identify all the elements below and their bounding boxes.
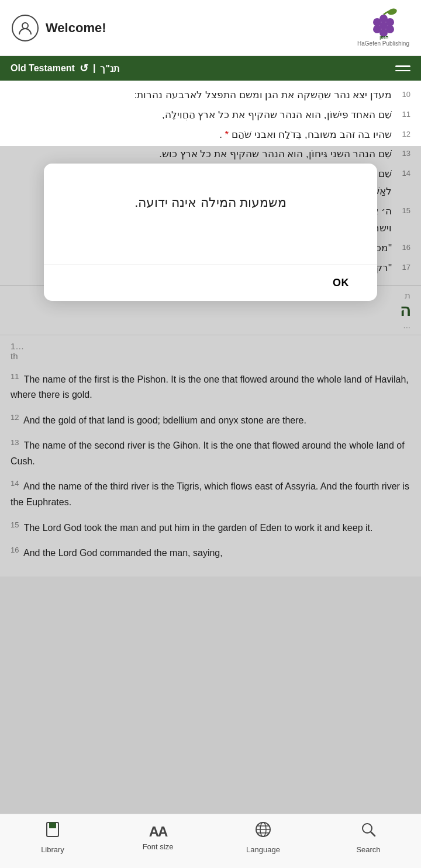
verse-text[interactable]: שֵׁם האחד פִּישׁוֹן, הוא הנהר שהקיף את כ… bbox=[162, 106, 392, 124]
testament-label: Old Testament bbox=[11, 63, 75, 74]
table-row: 11 שֵׁם האחד פִּישׁוֹן, הוא הנהר שהקיף א… bbox=[11, 106, 410, 124]
verse-number: 11 bbox=[398, 107, 410, 124]
search-label: Search bbox=[356, 845, 380, 854]
svg-line-18 bbox=[371, 832, 375, 836]
library-icon bbox=[43, 820, 62, 843]
library-label: Library bbox=[41, 845, 64, 854]
svg-rect-11 bbox=[49, 822, 56, 828]
welcome-label: Welcome! bbox=[46, 20, 106, 36]
svg-text:הגפן: הגפן bbox=[379, 34, 388, 40]
svg-point-7 bbox=[379, 15, 388, 23]
font-size-label: Font size bbox=[143, 842, 174, 851]
main-content: 10 מעדן יצא נהר שהַשקה את הגן ומשם התפצל… bbox=[0, 81, 421, 635]
dialog-spacer bbox=[67, 212, 354, 247]
svg-point-8 bbox=[387, 8, 397, 16]
svg-point-0 bbox=[22, 23, 28, 29]
verse-number: 12 bbox=[398, 127, 410, 144]
table-row: 12 שהיו בה זהב משובח, בְּדֹלַח ואבני שֹׁ… bbox=[11, 126, 410, 144]
asterisk-marker: * bbox=[225, 129, 229, 140]
verse-number: 10 bbox=[398, 88, 410, 104]
testament-hebrew: תנ"ך bbox=[100, 63, 120, 74]
avatar[interactable] bbox=[12, 15, 39, 41]
language-icon bbox=[254, 820, 272, 843]
toolbar-testament[interactable]: Old Testament ↺ | תנ"ך bbox=[11, 62, 120, 75]
font-size-icon: AA bbox=[149, 824, 167, 840]
nav-font-size[interactable]: AA Font size bbox=[134, 824, 181, 851]
dialog-ok-button[interactable]: OK bbox=[321, 273, 361, 293]
nav-library[interactable]: Library bbox=[29, 820, 76, 854]
dialog-message: משמעות המילה אינה ידועה. bbox=[67, 193, 354, 212]
refresh-icon[interactable]: ↺ bbox=[80, 62, 88, 75]
header-left: Welcome! bbox=[12, 15, 106, 41]
language-label: Language bbox=[246, 845, 280, 854]
dialog-overlay: משמעות המילה אינה ידועה. OK bbox=[0, 146, 421, 868]
hamburger-button[interactable] bbox=[395, 65, 410, 71]
verse-text[interactable]: שהיו בה זהב משובח, בְּדֹלַח ואבני שֹׁהַם… bbox=[219, 126, 392, 144]
nav-language[interactable]: Language bbox=[240, 820, 287, 854]
nav-search[interactable]: Search bbox=[345, 820, 392, 854]
separator: | bbox=[93, 63, 95, 74]
search-icon bbox=[359, 820, 378, 843]
bottom-navigation: Library AA Font size Language Search bbox=[0, 814, 421, 868]
toolbar: Old Testament ↺ | תנ"ך bbox=[0, 56, 421, 81]
dialog-footer: OK bbox=[44, 265, 377, 301]
dialog-box: משמעות המילה אינה ידועה. OK bbox=[44, 164, 377, 301]
logo: הגפן HaGefen Publishing bbox=[357, 8, 409, 47]
app-header: Welcome! הגפן HaGefen Publishing bbox=[0, 0, 421, 56]
table-row: 10 מעדן יצא נהר שהַשקה את הגן ומשם התפצל… bbox=[11, 86, 410, 104]
logo-subtitle: HaGefen Publishing bbox=[357, 40, 409, 47]
verse-text[interactable]: מעדן יצא נהר שהַשקה את הגן ומשם התפצל לא… bbox=[134, 86, 392, 104]
dialog-body: משמעות המילה אינה ידועה. bbox=[44, 164, 377, 265]
